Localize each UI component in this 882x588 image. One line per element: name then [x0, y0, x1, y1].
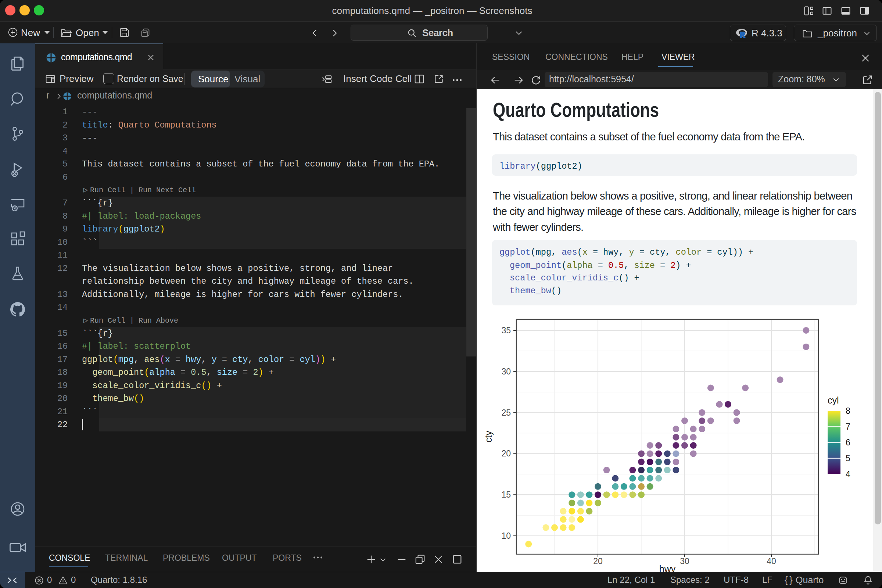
svg-text:10: 10 [501, 531, 511, 541]
svg-text:6: 6 [846, 438, 850, 447]
svg-text:30: 30 [680, 556, 689, 566]
svg-text:40: 40 [766, 556, 776, 566]
svg-text:8: 8 [846, 406, 850, 416]
svg-text:15: 15 [501, 490, 511, 500]
svg-text:cyl: cyl [828, 395, 839, 405]
svg-text:35: 35 [501, 326, 511, 335]
svg-text:5: 5 [846, 453, 850, 463]
svg-text:hwy: hwy [659, 564, 676, 572]
svg-text:cty: cty [483, 431, 494, 442]
svg-text:30: 30 [501, 367, 511, 376]
svg-text:7: 7 [846, 422, 850, 432]
svg-text:25: 25 [501, 408, 511, 417]
svg-text:20: 20 [501, 449, 511, 458]
svg-text:20: 20 [593, 556, 603, 566]
svg-text:4: 4 [846, 469, 850, 479]
